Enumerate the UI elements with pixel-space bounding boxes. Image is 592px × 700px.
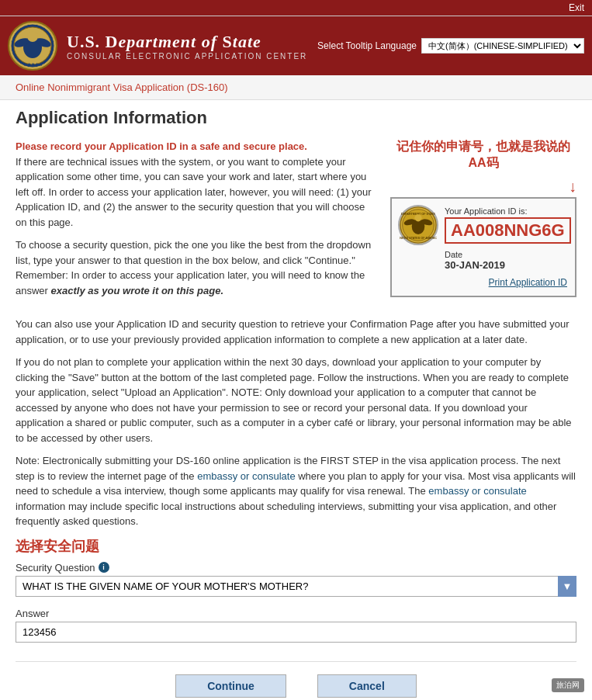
print-application-id-link[interactable]: Print Application ID bbox=[400, 277, 567, 288]
sub-title: Consular Electronic Application Center bbox=[67, 52, 317, 61]
para1-text: If there are technical issues with the s… bbox=[16, 156, 372, 228]
chinese-annotation: 记住你的申请号，也就是我说的AA码 bbox=[390, 139, 576, 172]
security-question-dropdown-wrapper: WHAT IS THE GIVEN NAME OF YOUR MOTHER'S … bbox=[16, 576, 576, 597]
bold-notice: Please record your Application ID in a s… bbox=[16, 140, 307, 152]
answer-input[interactable] bbox=[16, 622, 576, 643]
tooltip-label: Select Tooltip Language bbox=[317, 40, 417, 51]
para3-text: You can also use your Application ID and… bbox=[16, 317, 576, 347]
two-column-section: Please record your Application ID in a s… bbox=[16, 139, 576, 306]
header-right: Select Tooltip Language 中文(简体）(CHINESE-S… bbox=[317, 38, 584, 54]
app-id-content: Your Application ID is: AA008NNG6G Date … bbox=[445, 206, 567, 271]
embassy-link-1[interactable]: embassy or consulate bbox=[197, 470, 295, 482]
page-title: Application Information bbox=[16, 108, 576, 128]
security-section-title: 选择安全问题 bbox=[16, 537, 576, 556]
department-name: U.S. Department of State bbox=[67, 32, 317, 52]
answer-label: Answer bbox=[16, 608, 576, 619]
para4-text: If you do not plan to complete your appl… bbox=[16, 355, 576, 445]
breadcrumb-bar: Online Nonimmigrant Visa Application (DS… bbox=[0, 75, 592, 100]
button-bar: Continue Cancel bbox=[16, 661, 576, 701]
notice-paragraph: Please record your Application ID in a s… bbox=[16, 139, 375, 230]
continue-button[interactable]: Continue bbox=[175, 674, 286, 698]
svg-text:UNITED STATES OF AMERICA: UNITED STATES OF AMERICA bbox=[400, 237, 437, 240]
breadcrumb-link[interactable]: Online Nonimmigrant Visa Application (DS… bbox=[16, 81, 228, 93]
svg-text:★★★★★: ★★★★★ bbox=[23, 62, 43, 67]
svg-point-14 bbox=[414, 214, 421, 221]
para5-end: information may include specific local i… bbox=[16, 501, 556, 528]
right-column: 记住你的申请号，也就是我说的AA码 ↓ DEPARTMENT OF STATE … bbox=[390, 139, 576, 306]
main-content: Application Information Please record yo… bbox=[0, 100, 592, 700]
app-id-label: Your Application ID is: bbox=[445, 206, 567, 216]
para2-bold: exactly as you wrote it on this page. bbox=[51, 285, 224, 296]
watermark: 旅泊网 bbox=[552, 678, 584, 692]
app-id-value: AA008NNG6G bbox=[445, 217, 571, 244]
para5-text: Note: Electronically submitting your DS-… bbox=[16, 453, 576, 529]
embassy-link-2[interactable]: embassy or consulate bbox=[428, 485, 526, 497]
security-question-label: Security Question i bbox=[16, 562, 576, 574]
header: ★★★★★ U.S. Department of State Consular … bbox=[0, 16, 592, 75]
department-seal: DEPARTMENT OF STATE UNITED STATES OF AME… bbox=[398, 205, 438, 245]
arrow-icon: ↓ bbox=[390, 178, 576, 196]
info-icon[interactable]: i bbox=[99, 562, 109, 573]
top-bar: Exit bbox=[0, 0, 592, 16]
para2-text: To choose a security question, pick the … bbox=[16, 237, 375, 298]
exit-link[interactable]: Exit bbox=[569, 2, 584, 13]
date-value: 30-JAN-2019 bbox=[445, 259, 567, 271]
cancel-button[interactable]: Cancel bbox=[317, 674, 417, 698]
date-label: Date bbox=[445, 250, 567, 259]
app-id-card: DEPARTMENT OF STATE UNITED STATES OF AME… bbox=[390, 197, 576, 297]
language-select[interactable]: 中文(简体）(CHINESE-SIMPLIFIED) bbox=[421, 38, 584, 54]
left-column: Please record your Application ID in a s… bbox=[16, 139, 375, 306]
eagle-seal: ★★★★★ bbox=[8, 21, 57, 71]
svg-point-6 bbox=[27, 31, 38, 42]
security-question-select[interactable]: WHAT IS THE GIVEN NAME OF YOUR MOTHER'S … bbox=[16, 576, 576, 597]
header-title: U.S. Department of State Consular Electr… bbox=[67, 32, 317, 61]
